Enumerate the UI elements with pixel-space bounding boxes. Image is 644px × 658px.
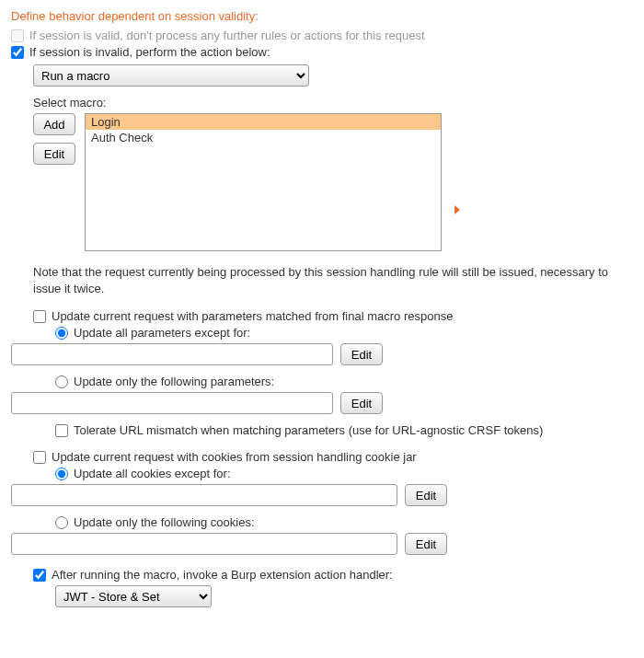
params-only-label: Update only the following parameters: bbox=[74, 375, 274, 388]
update-cookies-checkbox[interactable] bbox=[33, 451, 46, 464]
params-all-except-edit-button[interactable]: Edit bbox=[340, 343, 383, 365]
params-all-except-label: Update all parameters except for: bbox=[74, 326, 250, 340]
cookies-all-except-edit-button[interactable]: Edit bbox=[405, 484, 447, 506]
params-only-radio[interactable] bbox=[55, 375, 68, 388]
select-macro-label: Select macro: bbox=[33, 96, 633, 110]
add-button[interactable]: Add bbox=[33, 113, 75, 135]
chevron-right-icon bbox=[454, 205, 460, 214]
macro-listbox[interactable]: Login Auth Check bbox=[85, 113, 442, 251]
cookies-only-label: Update only the following cookies: bbox=[74, 515, 255, 529]
cookies-all-except-input[interactable] bbox=[11, 484, 397, 506]
params-all-except-radio[interactable] bbox=[55, 327, 68, 340]
cookies-only-edit-button[interactable]: Edit bbox=[405, 533, 447, 555]
params-only-edit-button[interactable]: Edit bbox=[340, 392, 383, 414]
note-text: Note that the request currently being pr… bbox=[33, 264, 633, 296]
invoke-ext-label: After running the macro, invoke a Burp e… bbox=[52, 568, 393, 582]
edit-macro-button[interactable]: Edit bbox=[33, 143, 75, 165]
update-params-checkbox[interactable] bbox=[33, 310, 46, 323]
cookies-all-except-label: Update all cookies except for: bbox=[74, 467, 231, 480]
valid-session-label: If session is valid, don't process any f… bbox=[29, 29, 425, 42]
invoke-ext-select[interactable]: JWT - Store & Set bbox=[55, 585, 212, 607]
list-item[interactable]: Auth Check bbox=[86, 130, 441, 145]
params-all-except-input[interactable] bbox=[11, 343, 333, 365]
section-title: Define behavior dependent on session val… bbox=[11, 9, 633, 23]
cookies-only-input[interactable] bbox=[11, 533, 397, 555]
update-params-label: Update current request with parameters m… bbox=[52, 309, 453, 323]
list-item[interactable]: Login bbox=[86, 114, 441, 130]
invalid-session-label: If session is invalid, perform the actio… bbox=[29, 45, 270, 59]
invoke-ext-checkbox[interactable] bbox=[33, 569, 46, 582]
params-only-input[interactable] bbox=[11, 392, 333, 414]
invalid-session-checkbox[interactable] bbox=[11, 46, 24, 59]
tolerate-url-label: Tolerate URL mismatch when matching para… bbox=[74, 423, 543, 437]
update-cookies-label: Update current request with cookies from… bbox=[52, 450, 417, 464]
cookies-only-radio[interactable] bbox=[55, 516, 68, 529]
valid-session-checkbox[interactable] bbox=[11, 29, 24, 42]
tolerate-url-checkbox[interactable] bbox=[55, 424, 68, 437]
cookies-all-except-radio[interactable] bbox=[55, 468, 68, 480]
action-select[interactable]: Run a macro bbox=[33, 64, 309, 87]
